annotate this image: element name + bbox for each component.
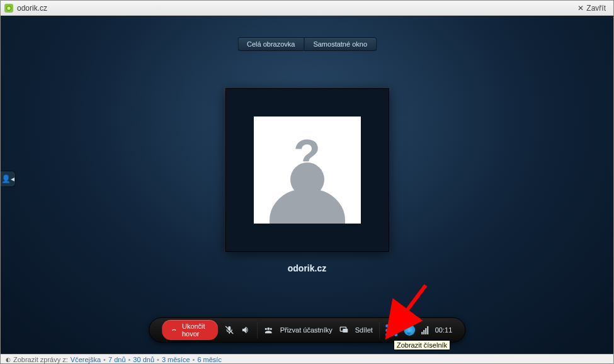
dialpad-icon [386,324,398,336]
fullscreen-button[interactable]: Celá obrazovka [237,37,304,51]
signal-icon [422,326,429,334]
end-call-button[interactable]: Ukončit hovor [162,320,218,340]
close-button[interactable]: ✕ Zavřít [574,3,610,14]
view-mode-toggle: Celá obrazovka Samostatné okno [237,37,377,51]
footer-prefix: Zobrazit zprávy z: [13,356,68,363]
chat-button[interactable] [404,324,416,336]
volume-icon [241,325,251,335]
footer-link[interactable]: 3 měsíce [162,356,190,363]
share-screen-icon [339,325,349,335]
message-filter-strip: ◐ Zobrazit zprávy z: Včerejška • 7 dnů •… [1,354,613,364]
svg-point-1 [7,6,10,9]
call-quality-button[interactable] [422,326,429,334]
close-icon: ✕ [577,4,584,13]
svg-rect-4 [343,329,348,333]
chat-icon [404,324,416,336]
close-label: Zavřít [586,4,606,13]
person-silhouette-icon [270,189,345,224]
contact-name: odorik.cz [225,263,389,273]
dialpad-tooltip: Zobrazit číselník [394,340,450,350]
volume-button[interactable] [241,325,251,335]
expand-side-panel-button[interactable]: 👤◂ [1,171,16,187]
avatar-frame: ? [225,88,389,252]
online-glyph-icon [4,3,13,13]
titlebar: odorik.cz ✕ Zavřít [1,1,613,16]
call-area: Celá obrazovka Samostatné okno 👤◂ ? odor… [1,16,613,354]
mute-mic-button[interactable] [224,325,234,335]
group-icon [264,325,274,335]
footer-link[interactable]: 30 dnů [133,356,154,363]
invite-participants-button[interactable]: Přizvat účastníky [280,326,333,334]
call-control-bar: Ukončit hovor Přizvat účastníky Sdílet [149,317,466,343]
end-call-label: Ukončit hovor [182,322,209,338]
footer-link[interactable]: Včerejška [71,356,101,363]
status-online-icon [4,4,13,13]
phone-hangup-icon [171,325,177,335]
window-title: odorik.cz [17,4,47,13]
popout-window-button[interactable]: Samostatné okno [304,37,377,51]
footer-link[interactable]: 6 měsíc [197,356,222,363]
default-avatar-icon: ? [254,117,361,224]
avatar-card: ? odorik.cz [225,88,389,273]
dialpad-button[interactable] [386,324,398,336]
mic-mute-icon [224,325,234,335]
expand-side-icon: 👤◂ [1,174,14,183]
footer-link[interactable]: 7 dnů [108,356,126,363]
share-button[interactable]: Sdílet [355,326,373,334]
call-duration: 00:11 [435,326,453,334]
